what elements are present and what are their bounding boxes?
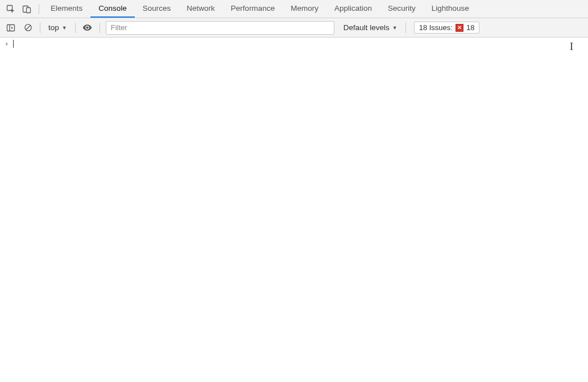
text-caret: [13, 40, 14, 48]
tab-sources[interactable]: Sources: [135, 0, 179, 18]
tabs-container: Elements Console Sources Network Perform…: [43, 0, 477, 18]
separator: [100, 23, 100, 33]
tab-application[interactable]: Application: [326, 0, 380, 18]
live-expression-icon[interactable]: [81, 22, 94, 34]
clear-console-icon[interactable]: [22, 22, 34, 34]
separator: [39, 4, 39, 14]
tab-label: Security: [388, 4, 416, 13]
tab-label: Memory: [291, 4, 318, 13]
tab-label: Lighthouse: [432, 4, 469, 13]
svg-rect-2: [27, 7, 31, 13]
tab-label: Performance: [231, 4, 275, 13]
tab-security[interactable]: Security: [380, 0, 424, 18]
console-toolbar: top ▼ Default levels ▼ 18 Issues: ✕ 18: [0, 18, 588, 38]
tab-label: Console: [98, 4, 127, 13]
svg-rect-3: [7, 24, 15, 31]
chevron-down-icon: ▼: [62, 25, 67, 31]
tab-label: Application: [334, 4, 372, 13]
devtools-tabbar: Elements Console Sources Network Perform…: [0, 0, 588, 18]
filter-input[interactable]: [106, 21, 334, 35]
console-prompt[interactable]: ›: [0, 38, 588, 50]
device-toolbar-icon[interactable]: [22, 4, 32, 14]
separator: [75, 23, 76, 33]
tab-label: Elements: [51, 4, 82, 13]
tab-network[interactable]: Network: [179, 0, 223, 18]
tab-performance[interactable]: Performance: [223, 0, 283, 18]
issues-badge[interactable]: 18 Issues: ✕ 18: [414, 22, 480, 34]
tab-label: Sources: [143, 4, 171, 13]
separator: [405, 23, 406, 33]
separator: [40, 23, 40, 33]
svg-line-6: [26, 26, 30, 30]
context-label: top: [48, 23, 59, 32]
tab-lighthouse[interactable]: Lighthouse: [424, 0, 477, 18]
toggle-sidebar-icon[interactable]: [5, 22, 17, 34]
tab-label: Network: [187, 4, 215, 13]
issues-prefix: 18 Issues:: [419, 23, 453, 32]
tab-console[interactable]: Console: [90, 0, 135, 18]
error-icon: ✕: [456, 24, 463, 32]
execution-context-selector[interactable]: top ▼: [46, 22, 69, 33]
tab-elements[interactable]: Elements: [43, 0, 90, 18]
tabbar-left-icons: [2, 4, 35, 14]
tab-memory[interactable]: Memory: [283, 0, 326, 18]
levels-label: Default levels: [343, 23, 390, 32]
issues-count: 18: [466, 23, 474, 32]
chevron-down-icon: ▼: [392, 25, 397, 31]
inspect-element-icon[interactable]: [6, 4, 16, 14]
log-levels-selector[interactable]: Default levels ▼: [341, 22, 400, 33]
console-body[interactable]: › I: [0, 38, 588, 382]
prompt-chevron-icon: ›: [5, 40, 9, 48]
